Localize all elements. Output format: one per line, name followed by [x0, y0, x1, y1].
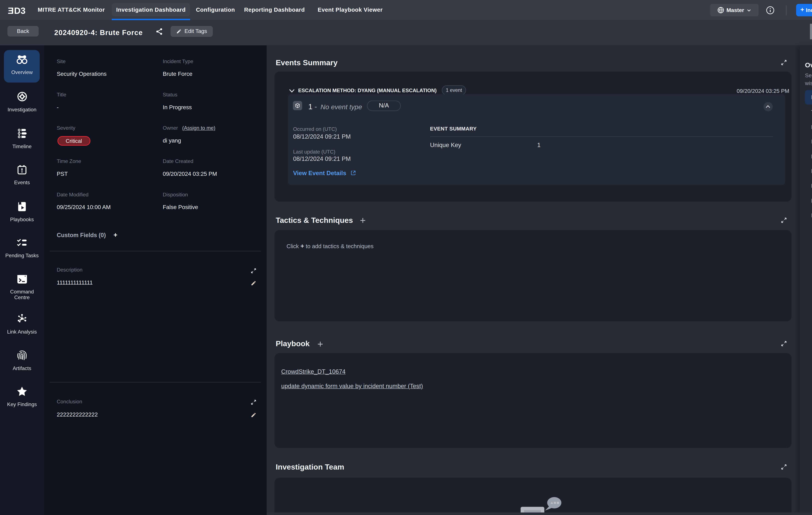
svg-text:D3: D3	[14, 6, 26, 15]
svg-text:E: E	[8, 6, 14, 15]
